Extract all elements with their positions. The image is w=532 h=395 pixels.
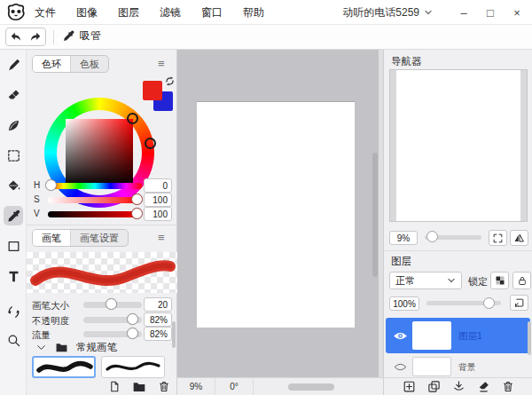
saturation-value[interactable]: 100	[144, 193, 172, 207]
value-slider-row: V 100	[32, 208, 174, 221]
delete-brush-icon[interactable]	[158, 380, 170, 393]
fit-to-window-button[interactable]	[489, 230, 507, 246]
brush-opacity-value[interactable]: 82%	[144, 312, 172, 327]
brush-flow-value[interactable]: 82%	[144, 327, 172, 341]
saturation-thumb[interactable]	[131, 194, 143, 205]
duplicate-layer-icon[interactable]	[427, 380, 441, 393]
brush-size-value[interactable]: 20	[144, 297, 172, 312]
brush-opacity-thumb[interactable]	[127, 313, 138, 325]
brush-opacity-label: 不透明度	[32, 315, 69, 328]
tab-color-wheel[interactable]: 色环	[33, 56, 71, 72]
menu-help[interactable]: 帮助	[240, 4, 267, 22]
brush-size-row: 画笔大小 20	[32, 298, 174, 312]
brush-folder-icon[interactable]	[132, 381, 146, 393]
menu-layer[interactable]: 图层	[115, 4, 142, 22]
layer-row-2[interactable]: 背景	[386, 355, 530, 378]
shape-tool[interactable]	[4, 236, 23, 256]
paint-app-window: 文件 图像 图层 滤镜 窗口 帮助 动听的电话5259 – □ ×	[0, 0, 532, 395]
layer-thumbnail	[412, 357, 451, 376]
canvas-document[interactable]	[197, 101, 355, 328]
delete-layer-icon[interactable]	[502, 380, 514, 393]
flip-view-button[interactable]	[510, 230, 528, 246]
saturation-value-square[interactable]	[66, 119, 133, 186]
right-panel: 导航器 9% 图层 正常 锁定	[383, 50, 532, 395]
menu-file[interactable]: 文件	[32, 4, 59, 22]
rotation-angle[interactable]: 0°	[215, 378, 254, 395]
right-panel-scrollbar[interactable]	[528, 321, 531, 355]
brush-panel-menu-icon[interactable]: ≡	[158, 231, 165, 244]
bucket-fill-tool[interactable]	[4, 176, 23, 195]
layer-row-1[interactable]: 图层1	[386, 318, 530, 353]
color-panel-menu-icon[interactable]: ≡	[158, 57, 165, 70]
eraser-tool[interactable]	[4, 85, 23, 105]
navigator-zoom-value[interactable]: 9%	[389, 231, 418, 245]
hue-track[interactable]	[48, 183, 142, 189]
undo-button[interactable]	[6, 28, 26, 45]
value-label: V	[34, 209, 40, 218]
blend-mode-dropdown[interactable]: 正常	[389, 272, 462, 289]
left-panel-scrollbar[interactable]	[172, 321, 176, 348]
canvas-vertical-scrollbar[interactable]	[372, 153, 378, 277]
brush-preset-1[interactable]	[32, 356, 96, 378]
brush-flow-thumb[interactable]	[127, 328, 138, 339]
layer-name: 图层1	[458, 330, 482, 343]
value-value[interactable]: 100	[144, 207, 172, 221]
layer-opacity-thumb[interactable]	[483, 297, 495, 309]
layer-opacity-value[interactable]: 100%	[389, 296, 419, 311]
add-layer-icon[interactable]	[403, 380, 416, 393]
folder-icon	[55, 342, 68, 353]
zoom-tool[interactable]	[4, 330, 23, 350]
brush-opacity-row: 不透明度 82%	[32, 313, 174, 327]
layer-visibility-icon[interactable]	[393, 330, 408, 342]
maximize-button[interactable]: □	[482, 6, 498, 20]
tab-color-swatches[interactable]: 色板	[71, 56, 108, 72]
new-brush-icon[interactable]	[108, 380, 121, 393]
merge-down-icon[interactable]	[452, 380, 466, 393]
swap-colors-icon[interactable]	[165, 76, 175, 86]
brush-panel-actions	[27, 378, 177, 395]
value-thumb[interactable]	[131, 208, 143, 219]
eyedropper-tool[interactable]	[4, 206, 23, 225]
navigator-gutter-left	[390, 70, 396, 221]
value-track[interactable]	[48, 211, 142, 217]
text-tool[interactable]	[4, 266, 23, 286]
title-bar: 文件 图像 图层 滤镜 窗口 帮助 动听的电话5259 – □ ×	[0, 0, 532, 25]
bucket-icon	[6, 178, 21, 194]
clear-layer-icon[interactable]	[477, 380, 490, 393]
tab-brush-settings[interactable]: 画笔设置	[71, 230, 128, 246]
clipping-mask-button[interactable]	[510, 295, 528, 311]
redo-button[interactable]	[26, 28, 45, 45]
canvas-workspace[interactable]	[177, 50, 383, 377]
brush-group-header[interactable]: 常规画笔	[35, 341, 117, 354]
saturation-track[interactable]	[48, 197, 142, 203]
hue-thumb[interactable]	[45, 179, 57, 191]
close-button[interactable]: ×	[509, 6, 525, 20]
smudge-tool[interactable]	[4, 115, 23, 135]
brush-preset-2[interactable]	[101, 356, 165, 378]
brush-tabs: 画笔 画笔设置	[32, 229, 129, 247]
minimize-button[interactable]: –	[456, 6, 472, 20]
tab-brush[interactable]: 画笔	[33, 230, 71, 246]
menu-window[interactable]: 窗口	[199, 4, 225, 22]
alpha-lock-button[interactable]	[490, 272, 509, 289]
brush-tool[interactable]	[4, 55, 23, 75]
navigator-preview[interactable]	[389, 69, 528, 222]
document-switcher[interactable]: 动听的电话5259	[342, 0, 433, 25]
fit-screen-icon	[492, 233, 504, 244]
eyedropper-indicator[interactable]: 吸管	[62, 28, 101, 43]
panel-divider	[384, 250, 532, 251]
rotate-canvas-tool[interactable]	[4, 302, 23, 321]
sv-selector[interactable]	[127, 113, 138, 124]
hue-value[interactable]: 0	[144, 178, 172, 193]
canvas-horizontal-scrollbar[interactable]	[288, 383, 334, 391]
hue-selector[interactable]	[145, 138, 156, 149]
foreground-color-swatch[interactable]	[143, 81, 162, 100]
marquee-select-tool[interactable]	[4, 146, 23, 165]
menu-filter[interactable]: 滤镜	[157, 4, 184, 22]
zoom-level[interactable]: 9%	[177, 378, 215, 395]
layer-lock-button[interactable]	[512, 272, 531, 289]
brush-size-thumb[interactable]	[106, 298, 117, 310]
layer-visibility-icon[interactable]	[394, 362, 407, 372]
menu-image[interactable]: 图像	[74, 4, 100, 22]
navigator-zoom-thumb[interactable]	[426, 231, 438, 242]
